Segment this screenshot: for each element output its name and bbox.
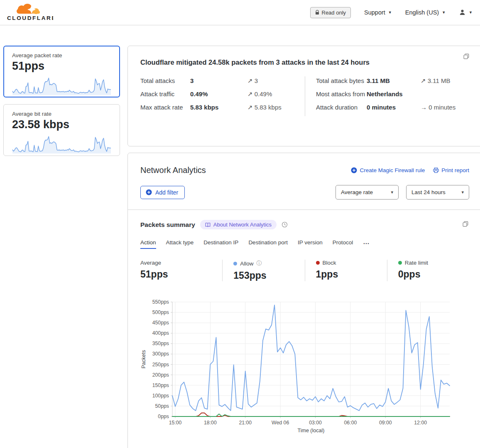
row-label: Max attack rate xyxy=(140,103,190,112)
summary-row-total-attack-bytes: Total attack bytes 3.11 MB ↗ 3.11 MB xyxy=(316,76,469,85)
print-report-label: Print report xyxy=(441,167,469,173)
book-icon xyxy=(205,222,211,227)
stat-label: Block xyxy=(323,260,336,266)
support-label: Support xyxy=(364,9,385,16)
avg-bit-rate-value: 23.58 kbps xyxy=(12,118,111,131)
more-tabs-button[interactable]: ⋯ xyxy=(363,240,370,249)
svg-text:350pps: 350pps xyxy=(152,341,169,346)
svg-text:200pps: 200pps xyxy=(152,372,169,378)
metric-select[interactable]: Average rate ▾ xyxy=(336,185,399,200)
summary-left-column: Total attacks 3 ↗ 3 Attack traffic 0.49%… xyxy=(140,76,305,116)
stat-allow: Allow ⓘ 153pps xyxy=(222,260,304,281)
dimension-tabs: Action Attack type Destination IP Destin… xyxy=(140,239,469,249)
summary-row-most-attacks-from: Most attacks from Netherlands xyxy=(316,90,469,99)
support-menu[interactable]: Support ▼ xyxy=(364,9,392,16)
attack-summary-card: Cloudflare mitigated 24.58k packets from… xyxy=(127,46,480,146)
svg-text:450pps: 450pps xyxy=(152,320,169,326)
copy-chart-icon[interactable] xyxy=(462,220,469,228)
read-only-badge: Read only xyxy=(310,7,351,18)
avg-bit-rate-label: Average bit rate xyxy=(12,111,111,117)
svg-text:100pps: 100pps xyxy=(152,393,169,399)
cloudflare-cloud-icon: CLOUDFLARE xyxy=(7,3,53,22)
allow-dot-icon xyxy=(233,262,237,265)
stat-value: 1pps xyxy=(316,269,383,280)
network-analytics-title: Network Analytics xyxy=(140,166,206,175)
chevron-down-icon: ▼ xyxy=(388,11,392,15)
add-filter-button[interactable]: Add filter xyxy=(140,186,185,199)
time-range-value: Last 24 hours xyxy=(411,189,446,195)
summary-row-attack-traffic: Attack traffic 0.49% ↗ 0.49% xyxy=(140,90,305,99)
account-menu[interactable]: ▼ xyxy=(459,9,473,16)
svg-text:0pps: 0pps xyxy=(158,414,169,419)
stat-average: Average 51pps xyxy=(140,260,222,281)
avg-packet-rate-label: Average packet rate xyxy=(12,52,111,58)
cloudflare-logo[interactable]: CLOUDFLARE xyxy=(7,3,53,22)
svg-text:Time (local): Time (local) xyxy=(298,428,325,433)
svg-text:18:00: 18:00 xyxy=(204,420,217,426)
user-icon xyxy=(459,9,466,16)
summary-row-attack-duration: Attack duration 0 minutes → 0 minutes xyxy=(316,103,469,112)
row-label: Total attacks xyxy=(140,76,190,85)
print-report-link[interactable]: Print report xyxy=(433,167,469,173)
plus-circle-icon xyxy=(146,189,152,195)
row-value: Netherlands xyxy=(367,90,421,99)
summary-right-column: Total attack bytes 3.11 MB ↗ 3.11 MB Mos… xyxy=(305,76,469,116)
language-menu[interactable]: English (US) ▼ xyxy=(405,9,446,16)
svg-text:400pps: 400pps xyxy=(152,330,169,336)
chevron-down-icon: ▼ xyxy=(442,11,446,15)
badge-label: About Network Analytics xyxy=(213,222,272,228)
analytics-column: Cloudflare mitigated 24.58k packets from… xyxy=(127,46,480,448)
copy-summary-icon[interactable] xyxy=(463,53,470,60)
time-range-select[interactable]: Last 24 hours ▾ xyxy=(406,185,469,200)
chevron-down-icon: ▼ xyxy=(469,11,473,15)
avg-bit-rate-card[interactable]: Average bit rate 23.58 kbps xyxy=(3,104,120,156)
row-value: 3 xyxy=(190,76,247,85)
avg-packet-rate-card[interactable]: Average packet rate 51pps xyxy=(3,46,120,97)
tab-protocol[interactable]: Protocol xyxy=(333,239,353,249)
chevron-down-icon: ▾ xyxy=(391,190,393,195)
summary-title: Cloudflare mitigated 24.58k packets from… xyxy=(140,58,469,66)
row-delta: → 0 minutes xyxy=(421,103,469,112)
svg-text:300pps: 300pps xyxy=(152,351,169,357)
packets-summary-title: Packets summary xyxy=(140,221,195,229)
stat-value: 153pps xyxy=(233,270,300,281)
row-label: Total attack bytes xyxy=(316,76,367,85)
packet-rate-sparkline xyxy=(12,76,111,95)
row-label: Attack traffic xyxy=(140,90,190,99)
avg-packet-rate-value: 51pps xyxy=(12,60,111,73)
history-clock-icon[interactable] xyxy=(282,222,288,228)
printer-icon xyxy=(433,168,439,173)
row-delta: ↗ 0.49% xyxy=(247,90,305,99)
stat-value: 0pps xyxy=(398,269,465,280)
bit-rate-sparkline xyxy=(12,134,111,153)
plus-circle-icon xyxy=(351,167,357,173)
tab-attack-type[interactable]: Attack type xyxy=(166,239,194,249)
tab-destination-ip[interactable]: Destination IP xyxy=(203,239,238,249)
packets-chart-area: 0pps50pps100pps150pps200pps250pps300pps3… xyxy=(140,299,469,436)
stat-label: Allow xyxy=(240,261,253,267)
row-value: 0.49% xyxy=(190,90,247,99)
svg-text:06:00: 06:00 xyxy=(344,420,357,426)
row-label: Attack duration xyxy=(316,103,367,112)
tab-destination-port[interactable]: Destination port xyxy=(248,239,288,249)
svg-text:09:00: 09:00 xyxy=(379,420,392,426)
series-stats-row: Average 51pps Allow ⓘ 153pps xyxy=(140,260,469,281)
about-network-analytics-badge[interactable]: About Network Analytics xyxy=(200,220,277,229)
chevron-down-icon: ▾ xyxy=(461,190,464,195)
packets-time-series-chart: 0pps50pps100pps150pps200pps250pps300pps3… xyxy=(140,299,456,436)
block-dot-icon xyxy=(316,261,320,265)
read-only-label: Read only xyxy=(322,10,346,16)
stat-label: Average xyxy=(140,260,161,266)
svg-text:Wed 06: Wed 06 xyxy=(272,420,289,426)
summary-row-total-attacks: Total attacks 3 ↗ 3 xyxy=(140,76,305,85)
row-value: 0 minutes xyxy=(367,103,421,112)
svg-text:50pps: 50pps xyxy=(155,403,169,409)
svg-text:550pps: 550pps xyxy=(152,299,169,305)
network-analytics-card: Network Analytics Create Magic Firewall … xyxy=(127,153,480,448)
info-icon[interactable]: ⓘ xyxy=(257,260,262,267)
tab-ip-version[interactable]: IP version xyxy=(298,239,323,249)
tab-action[interactable]: Action xyxy=(140,239,156,249)
create-magic-firewall-rule-link[interactable]: Create Magic Firewall rule xyxy=(351,167,425,173)
row-delta: ↗ 5.83 kbps xyxy=(247,103,305,112)
create-rule-label: Create Magic Firewall rule xyxy=(360,167,425,173)
